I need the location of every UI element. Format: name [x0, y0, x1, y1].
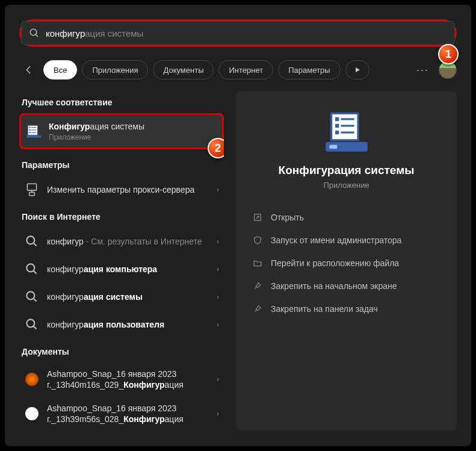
section-best-match: Лучшее соответствие	[22, 98, 224, 107]
result-proxy-settings[interactable]: Изменить параметры прокси-сервера ›	[19, 176, 224, 204]
back-button[interactable]	[19, 60, 39, 79]
result-web-0[interactable]: конфигур - См. результаты в Интернете ›	[19, 228, 224, 255]
filter-apps[interactable]: Приложения	[82, 60, 148, 79]
result-web-2[interactable]: конфигурация системы ›	[19, 283, 224, 311]
svg-rect-25	[341, 118, 354, 120]
chevron-right-icon: ›	[217, 293, 219, 301]
results-column: Лучшее соответствие Конфигурация системы…	[19, 92, 224, 431]
svg-line-18	[34, 299, 37, 302]
svg-rect-22	[335, 117, 339, 121]
callout-2: 2	[208, 138, 224, 158]
svg-line-16	[34, 271, 37, 274]
svg-rect-23	[335, 124, 339, 128]
callout-1: 1	[438, 44, 459, 64]
filter-row: Все Приложения Документы Интернет Параме…	[19, 60, 457, 79]
svg-rect-4	[29, 129, 30, 131]
result-doc-1[interactable]: Ashampoo_Snap_16 января 2023 г._13h39m56…	[19, 397, 224, 431]
svg-line-14	[34, 243, 37, 246]
chevron-right-icon: ›	[217, 375, 219, 384]
section-docs: Документы	[22, 347, 224, 356]
section-settings: Параметры	[22, 160, 224, 170]
action-open-location[interactable]: Перейти к расположению файла	[250, 253, 442, 273]
chevron-right-icon: ›	[217, 237, 219, 246]
details-subtitle: Приложение	[323, 181, 369, 190]
result-web-3[interactable]: конфигурация пользователя ›	[19, 311, 224, 338]
settings-proxy-icon	[24, 182, 40, 198]
filter-all[interactable]: Все	[43, 60, 77, 79]
ashampoo-icon	[24, 372, 40, 387]
svg-rect-29	[329, 145, 337, 149]
filter-settings[interactable]: Параметры	[278, 60, 340, 79]
svg-rect-5	[29, 132, 30, 133]
action-run-as-admin[interactable]: Запуск от имени администратора	[250, 231, 442, 250]
pin-icon	[253, 281, 262, 291]
svg-rect-26	[341, 125, 354, 126]
chevron-right-icon: ›	[217, 409, 219, 418]
svg-rect-7	[31, 129, 37, 130]
svg-rect-8	[31, 132, 37, 133]
details-title: Конфигурация системы	[279, 164, 415, 177]
filter-docs[interactable]: Документы	[153, 60, 214, 79]
result-doc-0[interactable]: Ashampoo_Snap_16 января 2023 г._13h40m16…	[19, 362, 224, 396]
action-open[interactable]: Открыть	[250, 208, 442, 227]
svg-rect-6	[31, 127, 37, 128]
svg-rect-27	[341, 131, 354, 133]
svg-rect-10	[27, 184, 36, 190]
section-web: Поиск в Интернете	[22, 212, 224, 222]
pin-icon	[253, 304, 262, 314]
svg-point-19	[26, 320, 34, 328]
action-pin-taskbar[interactable]: Закрепить на панели задач	[250, 299, 442, 319]
svg-line-20	[34, 326, 37, 329]
open-icon	[253, 213, 262, 222]
result-best-match[interactable]: Конфигурация системы Приложение 2	[19, 113, 224, 149]
search-icon	[24, 234, 40, 249]
svg-rect-3	[29, 127, 30, 128]
search-highlight: конфигурация системы 1	[19, 19, 457, 47]
msconfig-icon	[324, 110, 369, 155]
search-icon	[24, 261, 40, 277]
svg-rect-9	[26, 135, 41, 138]
more-menu[interactable]: ···	[412, 64, 434, 76]
svg-point-15	[26, 264, 34, 272]
action-list: Открыть Запуск от имени администратора П…	[250, 208, 442, 319]
svg-rect-24	[335, 131, 339, 134]
search-icon	[24, 289, 40, 305]
filter-more-play[interactable]	[345, 60, 369, 79]
svg-point-17	[26, 292, 34, 300]
svg-point-0	[30, 29, 37, 36]
details-panel: Конфигурация системы Приложение Открыть …	[236, 92, 457, 431]
shield-icon	[253, 235, 262, 245]
action-pin-start[interactable]: Закрепить на начальном экране	[250, 276, 442, 296]
ashampoo-icon	[24, 406, 40, 421]
search-panel: конфигурация системы 1 Все Приложения До…	[5, 5, 471, 446]
folder-icon	[253, 258, 262, 268]
search-icon	[24, 317, 40, 332]
svg-rect-11	[29, 193, 35, 196]
chevron-right-icon: ›	[217, 185, 219, 194]
search-input[interactable]: конфигурация системы	[46, 28, 447, 39]
msconfig-icon	[26, 123, 42, 139]
svg-line-1	[36, 34, 38, 37]
search-bar[interactable]: конфигурация системы	[21, 21, 455, 45]
chevron-right-icon: ›	[217, 265, 219, 273]
chevron-right-icon: ›	[217, 320, 219, 329]
svg-point-13	[26, 237, 34, 244]
filter-web[interactable]: Интернет	[218, 60, 273, 79]
details-hero: Конфигурация системы Приложение	[250, 110, 442, 190]
result-web-1[interactable]: конфигурация компьютера ›	[19, 255, 224, 283]
search-icon	[29, 28, 40, 39]
